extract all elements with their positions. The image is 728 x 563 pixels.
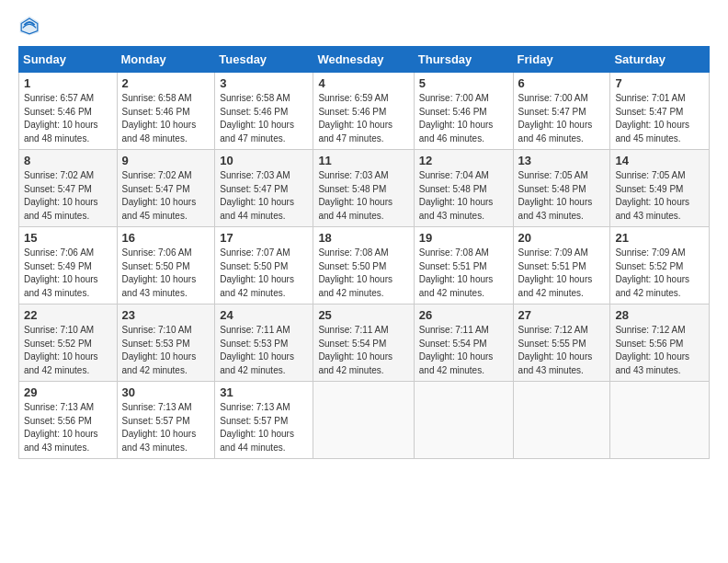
day-number: 5 [419,76,508,90]
day-number: 3 [220,76,308,90]
calendar-cell: 26 Sunrise: 7:11 AMSunset: 5:54 PMDaylig… [414,304,513,382]
calendar-cell: 31 Sunrise: 7:13 AMSunset: 5:57 PMDaylig… [215,382,313,459]
day-info: Sunrise: 7:08 AMSunset: 5:51 PMDaylight:… [419,247,494,298]
day-number: 22 [24,308,112,322]
calendar-cell: 30 Sunrise: 7:13 AMSunset: 5:57 PMDaylig… [117,382,215,459]
day-number: 20 [518,231,606,245]
day-info: Sunrise: 7:11 AMSunset: 5:53 PMDaylight:… [220,325,294,375]
day-info: Sunrise: 7:00 AMSunset: 5:46 PMDaylight:… [419,93,494,144]
day-info: Sunrise: 7:10 AMSunset: 5:53 PMDaylight:… [122,325,197,375]
day-number: 7 [615,76,704,90]
calendar-cell [414,382,513,459]
calendar-cell: 2 Sunrise: 6:58 AMSunset: 5:46 PMDayligh… [117,73,215,150]
calendar-cell: 25 Sunrise: 7:11 AMSunset: 5:54 PMDaylig… [313,304,414,382]
day-number: 6 [518,76,606,90]
day-info: Sunrise: 6:58 AMSunset: 5:46 PMDaylight:… [220,93,294,144]
calendar-cell: 21 Sunrise: 7:09 AMSunset: 5:52 PMDaylig… [610,227,710,304]
day-info: Sunrise: 7:08 AMSunset: 5:50 PMDaylight:… [318,247,392,298]
day-number: 14 [615,154,704,167]
day-info: Sunrise: 7:03 AMSunset: 5:47 PMDaylight:… [220,170,294,221]
calendar-cell [513,382,610,459]
calendar-cell: 19 Sunrise: 7:08 AMSunset: 5:51 PMDaylig… [414,227,513,304]
col-wednesday: Wednesday [313,47,414,73]
day-number: 30 [122,385,210,399]
calendar-cell: 7 Sunrise: 7:01 AMSunset: 5:47 PMDayligh… [610,73,710,150]
calendar-cell: 6 Sunrise: 7:00 AMSunset: 5:47 PMDayligh… [513,73,610,150]
day-info: Sunrise: 7:07 AMSunset: 5:50 PMDaylight:… [220,247,294,298]
day-number: 4 [318,76,408,90]
day-number: 8 [24,154,112,167]
day-number: 21 [615,231,704,245]
calendar-cell: 14 Sunrise: 7:05 AMSunset: 5:49 PMDaylig… [610,150,710,227]
calendar-cell: 9 Sunrise: 7:02 AMSunset: 5:47 PMDayligh… [117,150,215,227]
day-info: Sunrise: 7:06 AMSunset: 5:50 PMDaylight:… [122,247,197,298]
calendar-cell: 18 Sunrise: 7:08 AMSunset: 5:50 PMDaylig… [313,227,414,304]
calendar-cell: 4 Sunrise: 6:59 AMSunset: 5:46 PMDayligh… [313,73,414,150]
day-info: Sunrise: 7:02 AMSunset: 5:47 PMDaylight:… [122,170,197,221]
calendar-week-3: 15 Sunrise: 7:06 AMSunset: 5:49 PMDaylig… [19,227,710,304]
day-info: Sunrise: 7:05 AMSunset: 5:48 PMDaylight:… [518,170,593,221]
col-tuesday: Tuesday [215,47,313,73]
col-friday: Friday [513,47,610,73]
calendar-cell: 5 Sunrise: 7:00 AMSunset: 5:46 PMDayligh… [414,73,513,150]
col-thursday: Thursday [414,47,513,73]
day-number: 25 [318,308,408,322]
calendar-cell [610,382,710,459]
day-number: 31 [220,385,308,399]
calendar-cell: 29 Sunrise: 7:13 AMSunset: 5:56 PMDaylig… [19,382,118,459]
calendar-cell: 22 Sunrise: 7:10 AMSunset: 5:52 PMDaylig… [19,304,118,382]
day-number: 27 [518,308,606,322]
day-info: Sunrise: 6:59 AMSunset: 5:46 PMDaylight:… [318,93,392,144]
day-info: Sunrise: 7:10 AMSunset: 5:52 PMDaylight:… [24,325,98,375]
col-monday: Monday [117,47,215,73]
calendar-cell [313,382,414,459]
day-info: Sunrise: 7:00 AMSunset: 5:47 PMDaylight:… [518,93,593,144]
calendar-cell: 20 Sunrise: 7:09 AMSunset: 5:51 PMDaylig… [513,227,610,304]
day-info: Sunrise: 6:58 AMSunset: 5:46 PMDaylight:… [122,93,197,144]
calendar-cell: 12 Sunrise: 7:04 AMSunset: 5:48 PMDaylig… [414,150,513,227]
calendar-cell: 27 Sunrise: 7:12 AMSunset: 5:55 PMDaylig… [513,304,610,382]
day-info: Sunrise: 7:05 AMSunset: 5:49 PMDaylight:… [615,170,689,221]
day-number: 15 [24,231,112,245]
day-number: 17 [220,231,308,245]
day-number: 1 [24,76,112,90]
calendar-cell: 1 Sunrise: 6:57 AMSunset: 5:46 PMDayligh… [19,73,118,150]
calendar-cell: 8 Sunrise: 7:02 AMSunset: 5:47 PMDayligh… [19,150,118,227]
day-info: Sunrise: 7:04 AMSunset: 5:48 PMDaylight:… [419,170,494,221]
calendar-week-5: 29 Sunrise: 7:13 AMSunset: 5:56 PMDaylig… [19,382,710,459]
svg-marker-0 [20,17,40,36]
header [18,15,710,37]
day-info: Sunrise: 7:06 AMSunset: 5:49 PMDaylight:… [24,247,98,298]
day-info: Sunrise: 6:57 AMSunset: 5:46 PMDaylight:… [24,93,98,144]
calendar-week-4: 22 Sunrise: 7:10 AMSunset: 5:52 PMDaylig… [19,304,710,382]
day-info: Sunrise: 7:13 AMSunset: 5:57 PMDaylight:… [122,402,197,453]
calendar-cell: 17 Sunrise: 7:07 AMSunset: 5:50 PMDaylig… [215,227,313,304]
day-info: Sunrise: 7:11 AMSunset: 5:54 PMDaylight:… [318,325,392,375]
day-info: Sunrise: 7:03 AMSunset: 5:48 PMDaylight:… [318,170,392,221]
day-info: Sunrise: 7:12 AMSunset: 5:55 PMDaylight:… [518,325,593,375]
day-info: Sunrise: 7:13 AMSunset: 5:56 PMDaylight:… [24,402,98,453]
day-number: 29 [24,385,112,399]
logo [18,15,44,37]
day-number: 23 [122,308,210,322]
day-number: 28 [615,308,704,322]
day-number: 11 [318,154,408,167]
calendar-cell: 11 Sunrise: 7:03 AMSunset: 5:48 PMDaylig… [313,150,414,227]
calendar-cell: 16 Sunrise: 7:06 AMSunset: 5:50 PMDaylig… [117,227,215,304]
day-number: 10 [220,154,308,167]
calendar-week-2: 8 Sunrise: 7:02 AMSunset: 5:47 PMDayligh… [19,150,710,227]
main-container: Sunday Monday Tuesday Wednesday Thursday… [0,0,728,563]
day-number: 13 [518,154,606,167]
col-sunday: Sunday [19,47,118,73]
calendar-cell: 24 Sunrise: 7:11 AMSunset: 5:53 PMDaylig… [215,304,313,382]
day-number: 26 [419,308,508,322]
calendar-header-row: Sunday Monday Tuesday Wednesday Thursday… [19,47,710,73]
calendar-cell: 28 Sunrise: 7:12 AMSunset: 5:56 PMDaylig… [610,304,710,382]
col-saturday: Saturday [610,47,710,73]
calendar-cell: 13 Sunrise: 7:05 AMSunset: 5:48 PMDaylig… [513,150,610,227]
day-number: 9 [122,154,210,167]
calendar-cell: 15 Sunrise: 7:06 AMSunset: 5:49 PMDaylig… [19,227,118,304]
day-number: 24 [220,308,308,322]
day-info: Sunrise: 7:11 AMSunset: 5:54 PMDaylight:… [419,325,494,375]
day-info: Sunrise: 7:09 AMSunset: 5:52 PMDaylight:… [615,247,689,298]
